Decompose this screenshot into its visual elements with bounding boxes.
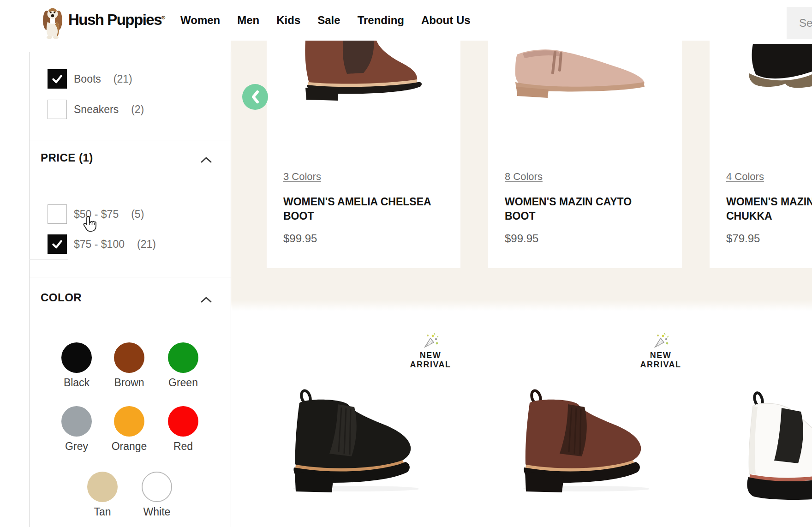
black-swatch-circle[interactable]	[61, 342, 92, 373]
sneakers-label: Sneakers	[74, 103, 119, 116]
page: Boots (21) Sneakers (2) PRICE (1) $50 - …	[0, 0, 812, 527]
title-line: WOMEN'S MAZIN	[726, 195, 812, 209]
swatch-white[interactable]: White	[134, 472, 180, 518]
black-chelsea-boot-image[interactable]	[283, 389, 418, 492]
trademark-mark: ®	[161, 15, 165, 20]
nav-links: Women Men Kids Sale Trending About Us	[180, 0, 471, 41]
sneakers-count: (2)	[131, 103, 144, 116]
boots-checkbox[interactable]	[48, 69, 67, 89]
swatch-black[interactable]: Black	[54, 342, 100, 389]
green-swatch-circle[interactable]	[168, 342, 198, 373]
nav-item-women[interactable]: Women	[180, 14, 220, 27]
nav-item-kids[interactable]: Kids	[276, 14, 300, 27]
color-collapse-chevron-icon[interactable]	[200, 296, 212, 305]
sneakers-checkbox[interactable]	[48, 100, 67, 119]
filter-price-75-100[interactable]: $75 - $100 (21)	[48, 234, 156, 254]
swatch-label: White	[143, 506, 171, 518]
title-line: CHUKKA	[726, 209, 812, 223]
nav-item-about-us[interactable]: About Us	[421, 14, 471, 27]
swatch-red[interactable]: Red	[160, 406, 206, 453]
swatch-label: Green	[168, 377, 198, 389]
confetti-icon	[651, 331, 670, 351]
new-arrival-text: ARRIVAL	[410, 360, 451, 369]
price-75-100-label: $75 - $100	[74, 238, 125, 251]
swatch-label: Red	[173, 440, 193, 453]
title-line: BOOT	[283, 209, 431, 223]
amelia-boot-image[interactable]	[299, 41, 427, 102]
hush-puppies-dog-logo[interactable]	[41, 6, 65, 40]
check-icon	[50, 72, 64, 86]
filter-sneakers[interactable]: Sneakers (2)	[48, 100, 144, 119]
filter-boots[interactable]: Boots (21)	[48, 69, 132, 89]
amelia-title[interactable]: WOMEN'S AMELIA CHELSEA BOOT	[283, 195, 431, 223]
red-swatch-circle[interactable]	[168, 406, 198, 437]
mazin-chukka-image[interactable]	[733, 44, 812, 102]
search-input[interactable]: Se	[787, 7, 812, 39]
sidebar-right-border	[231, 52, 231, 527]
mazin-cayto-boot-image[interactable]	[509, 44, 649, 103]
white-chelsea-boot-image[interactable]	[738, 391, 812, 500]
price-75-100-checkbox[interactable]	[48, 234, 67, 254]
swatch-label: Black	[64, 377, 90, 389]
price-section-title: PRICE (1)	[41, 151, 93, 164]
nav-item-men[interactable]: Men	[237, 14, 259, 27]
new-arrival-badge: NEW ARRIVAL	[628, 331, 693, 369]
title-line: WOMEN'S AMELIA CHELSEA	[283, 195, 431, 209]
filter-price-50-75[interactable]: $50 - $75 (5)	[48, 204, 144, 224]
mazin-chukka-title[interactable]: WOMEN'S MAZIN CHUKKA	[726, 195, 812, 223]
price-50-75-label: $50 - $75	[74, 208, 119, 221]
brown-chelsea-boot-image[interactable]	[513, 389, 649, 492]
new-arrival-badge: NEW ARRIVAL	[398, 331, 463, 369]
swatch-label: Orange	[112, 440, 147, 453]
sidebar-divider	[29, 277, 231, 277]
sidebar-left-border	[29, 52, 30, 527]
chevron-left-icon	[250, 90, 261, 104]
title-line: WOMEN'S MAZIN CAYTO	[505, 195, 632, 209]
prev-button[interactable]	[242, 84, 268, 110]
content-background-fade	[231, 300, 812, 311]
new-arrival-text: NEW	[420, 351, 442, 360]
confetti-icon	[421, 331, 440, 351]
grey-swatch-circle[interactable]	[61, 406, 92, 437]
color-section-title: COLOR	[41, 291, 82, 304]
top-nav: Hush Puppies® Women Men Kids Sale Trendi…	[0, 0, 812, 41]
price-75-100-count: (21)	[137, 238, 156, 251]
mazin-chukka-colors-link[interactable]: 4 Colors	[726, 171, 764, 183]
amelia-colors-link[interactable]: 3 Colors	[283, 171, 321, 183]
price-50-75-checkbox[interactable]	[48, 204, 67, 224]
sidebar-divider	[29, 140, 231, 140]
amelia-price: $99.95	[283, 232, 317, 245]
mazin-chukka-price: $79.95	[726, 232, 760, 245]
mazin-cayto-price: $99.95	[505, 232, 538, 245]
orange-swatch-circle[interactable]	[114, 406, 144, 437]
price-50-75-count: (5)	[131, 208, 144, 221]
new-arrival-text: NEW	[650, 351, 672, 360]
price-collapse-chevron-icon[interactable]	[200, 156, 212, 165]
title-line: BOOT	[505, 209, 632, 223]
check-icon	[50, 237, 64, 251]
sidebar-partial-divider	[29, 259, 68, 260]
brown-swatch-circle[interactable]	[114, 342, 144, 373]
white-swatch-circle[interactable]	[142, 472, 172, 502]
brand-logo-text[interactable]: Hush Puppies®	[68, 11, 165, 29]
boots-label: Boots	[74, 73, 101, 85]
new-arrival-text: ARRIVAL	[640, 360, 681, 369]
nav-item-trending[interactable]: Trending	[358, 14, 404, 27]
swatch-orange[interactable]: Orange	[106, 406, 152, 453]
swatch-green[interactable]: Green	[160, 342, 206, 389]
mazin-cayto-colors-link[interactable]: 8 Colors	[505, 171, 543, 183]
boots-count: (21)	[113, 73, 132, 85]
swatch-brown[interactable]: Brown	[106, 342, 152, 389]
swatch-label: Grey	[65, 440, 88, 453]
swatch-label: Brown	[114, 377, 144, 389]
tan-swatch-circle[interactable]	[87, 472, 118, 502]
swatch-grey[interactable]: Grey	[54, 406, 100, 453]
nav-item-sale[interactable]: Sale	[317, 14, 340, 27]
swatch-tan[interactable]: Tan	[79, 472, 125, 518]
swatch-label: Tan	[94, 506, 111, 518]
mazin-cayto-title[interactable]: WOMEN'S MAZIN CAYTO BOOT	[505, 195, 632, 223]
